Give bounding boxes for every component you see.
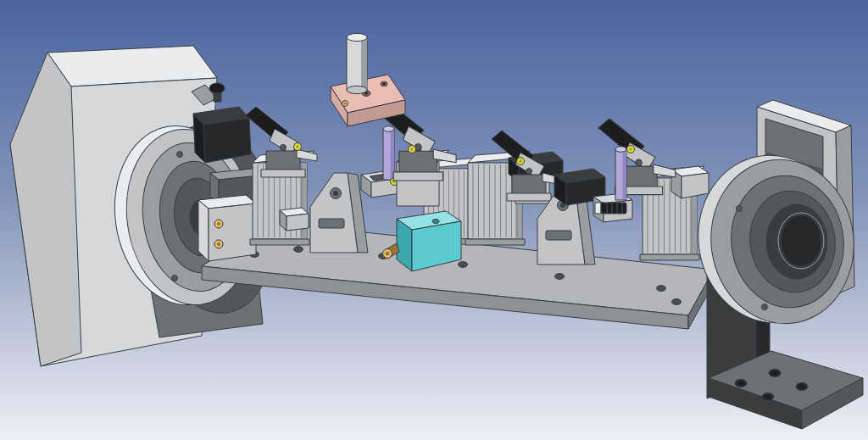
locating-pin-1[interactable] xyxy=(383,126,394,180)
post-shade xyxy=(361,37,367,90)
sensor-top-port xyxy=(432,220,439,224)
locating-post[interactable] xyxy=(347,33,367,93)
faceplate-bolt-hole xyxy=(172,276,178,281)
ribbed-collar xyxy=(595,203,601,214)
spacer-block-right xyxy=(287,214,309,231)
shoulder-screw-1[interactable] xyxy=(294,143,302,151)
baseplate-hole-4 xyxy=(459,262,468,268)
bearing-bolt-hole xyxy=(737,206,743,212)
foot-bolt-hole-1 xyxy=(735,380,747,387)
faceplate-bolt-hole xyxy=(177,152,183,158)
bearing-bore xyxy=(781,215,821,266)
brass-plug-1-core xyxy=(217,222,220,226)
manifold-front-face xyxy=(209,203,256,261)
shoulder-screw-3[interactable] xyxy=(409,146,416,153)
shoulder-screw-5[interactable] xyxy=(627,146,635,153)
brass-plug-2-core xyxy=(217,242,220,246)
cad-3d-viewport[interactable] xyxy=(0,0,868,440)
post-bottom xyxy=(347,86,367,93)
locating-pin-2[interactable] xyxy=(615,147,626,200)
post-top xyxy=(347,33,367,41)
bracket-right-face xyxy=(203,118,251,163)
shoulder-screw-4[interactable] xyxy=(517,158,525,165)
foot-bolt-hole-3 xyxy=(769,370,781,377)
foot-bolt-hole-4 xyxy=(796,383,808,391)
baseplate-hole-6 xyxy=(657,286,666,292)
baseplate-hole-5 xyxy=(555,274,565,280)
knurled-knob xyxy=(209,83,225,93)
baseplate-hole-7 xyxy=(672,299,682,305)
brass-knob-core xyxy=(386,252,390,256)
bearing-bolt-hole xyxy=(762,304,768,310)
manifold-left-face xyxy=(198,200,209,261)
workpiece-brass-screw-core xyxy=(344,103,347,105)
foot-bolt-hole-2 xyxy=(762,393,774,401)
workpiece-hole-2-bore xyxy=(382,83,386,85)
baseplate-hole-2 xyxy=(294,247,303,253)
